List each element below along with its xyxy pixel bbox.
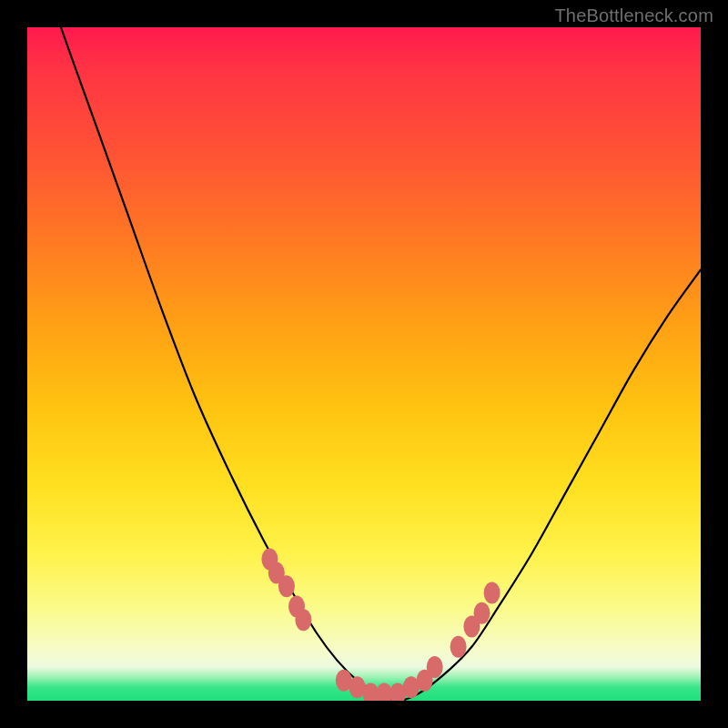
marker-point — [474, 602, 490, 624]
marker-point — [278, 575, 295, 597]
chart-svg — [27, 27, 701, 701]
watermark-text: TheBottleneck.com — [554, 5, 713, 26]
marker-point — [450, 636, 467, 658]
plot-area — [27, 27, 701, 701]
marker-point — [295, 609, 311, 631]
marker-point — [484, 582, 500, 604]
chart-frame: TheBottleneck.com — [0, 0, 728, 728]
marker-point — [427, 656, 443, 678]
bottleneck-curve-line — [27, 27, 701, 701]
highlighted-markers — [261, 549, 500, 701]
